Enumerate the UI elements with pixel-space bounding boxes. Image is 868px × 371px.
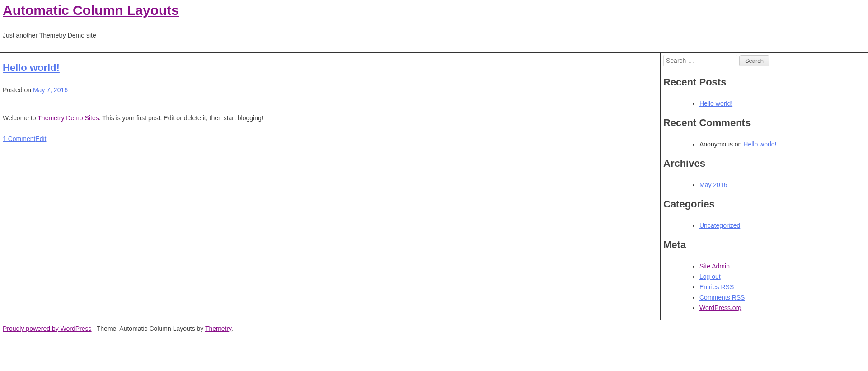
- meta-site-admin-link[interactable]: Site Admin: [699, 263, 730, 270]
- content-text: Welcome to: [3, 114, 38, 122]
- footer-separator: |: [92, 325, 97, 332]
- list-item: Log out: [699, 273, 865, 280]
- list-item: WordPress.org: [699, 304, 865, 311]
- post-footer: 1 CommentEdit: [3, 135, 660, 142]
- search-input[interactable]: [663, 55, 737, 66]
- posted-on-label: Posted on: [3, 86, 33, 94]
- meta-entries-rss-link[interactable]: Entries RSS: [699, 283, 734, 291]
- content-text: . This is your first post. Edit or delet…: [99, 114, 263, 122]
- comment-target-link[interactable]: Hello world!: [743, 141, 776, 148]
- categories-list: Uncategorized: [681, 222, 865, 229]
- recent-posts-list: Hello world!: [681, 100, 865, 107]
- meta-logout-link[interactable]: Log out: [699, 273, 721, 280]
- search-button[interactable]: Search: [739, 55, 769, 66]
- post-meta: Posted on May 7, 2016: [3, 86, 660, 94]
- site-header: Automatic Column Layouts Just another Th…: [0, 0, 868, 39]
- theme-text: Theme: Automatic Column Layouts by: [97, 325, 205, 332]
- meta-comments-rss-link[interactable]: Comments RSS: [699, 294, 745, 301]
- footer-period: .: [231, 325, 233, 332]
- content-layout: Hello world! Posted on May 7, 2016 Welco…: [0, 52, 868, 320]
- category-link[interactable]: Uncategorized: [699, 222, 740, 229]
- meta-list: Site Admin Log out Entries RSS Comments …: [681, 263, 865, 311]
- list-item: Site Admin: [699, 263, 865, 270]
- post-paragraph: Welcome to Themetry Demo Sites. This is …: [3, 114, 660, 122]
- recent-posts-heading: Recent Posts: [663, 76, 865, 88]
- list-item: Anonymous on Hello world!: [699, 141, 865, 148]
- comment-author: Anonymous: [699, 141, 733, 148]
- meta-heading: Meta: [663, 239, 865, 251]
- meta-wordpress-link[interactable]: WordPress.org: [699, 304, 741, 311]
- site-footer: Proudly powered by WordPress | Theme: Au…: [0, 320, 868, 337]
- post: Hello world! Posted on May 7, 2016 Welco…: [0, 52, 660, 149]
- site-title: Automatic Column Layouts: [3, 3, 868, 18]
- post-title-link[interactable]: Hello world!: [3, 62, 60, 73]
- list-item: Comments RSS: [699, 294, 865, 301]
- sidebar: Search Recent Posts Hello world! Recent …: [660, 52, 868, 320]
- list-item: Entries RSS: [699, 283, 865, 291]
- categories-heading: Categories: [663, 198, 865, 210]
- recent-comments-list: Anonymous on Hello world!: [681, 141, 865, 148]
- archives-list: May 2016: [681, 181, 865, 188]
- archive-link[interactable]: May 2016: [699, 181, 727, 188]
- search-widget: Search: [663, 55, 865, 66]
- post-date-link[interactable]: May 7, 2016: [33, 86, 68, 94]
- themetry-link[interactable]: Themetry: [205, 325, 231, 332]
- comments-link[interactable]: 1 Comment: [3, 135, 35, 142]
- archives-heading: Archives: [663, 158, 865, 169]
- on-label: on: [733, 141, 743, 148]
- powered-by-link[interactable]: Proudly powered by WordPress: [3, 325, 92, 332]
- post-content: Welcome to Themetry Demo Sites. This is …: [3, 114, 660, 122]
- list-item: May 2016: [699, 181, 865, 188]
- site-title-link[interactable]: Automatic Column Layouts: [3, 3, 179, 18]
- list-item: Hello world!: [699, 100, 865, 107]
- list-item: Uncategorized: [699, 222, 865, 229]
- edit-link[interactable]: Edit: [35, 135, 46, 142]
- recent-post-link[interactable]: Hello world!: [699, 100, 732, 107]
- themetry-sites-link[interactable]: Themetry Demo Sites: [38, 114, 99, 122]
- recent-comments-heading: Recent Comments: [663, 117, 865, 129]
- site-tagline: Just another Themetry Demo site: [3, 32, 868, 39]
- main-content: Hello world! Posted on May 7, 2016 Welco…: [0, 52, 660, 320]
- post-title: Hello world!: [3, 62, 660, 74]
